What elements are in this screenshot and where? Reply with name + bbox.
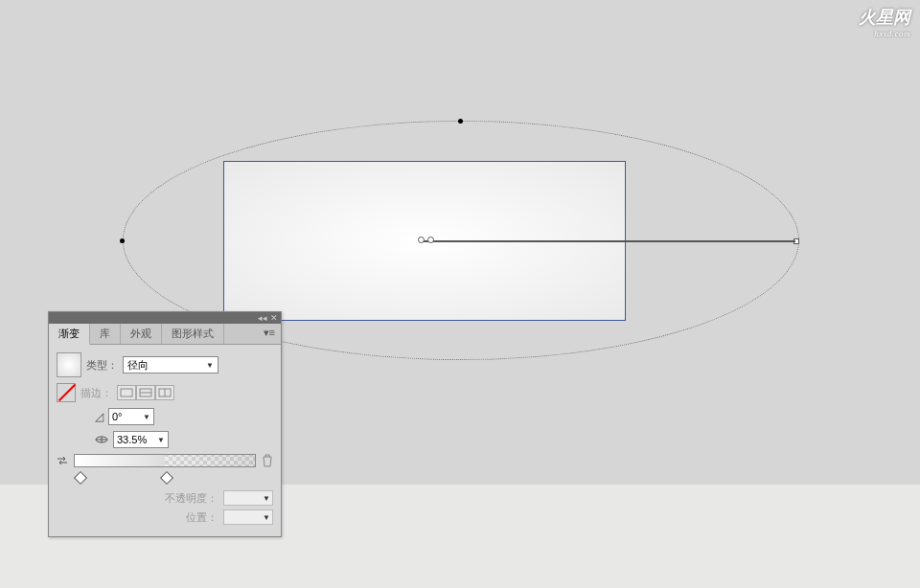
location-input[interactable]: ▼ bbox=[223, 509, 273, 525]
watermark-url: hxsd.com bbox=[859, 29, 910, 38]
gradient-panel: ◂◂ ✕ 渐变 库 外观 图形样式 ▾≡ 类型： 径向 ▼ 描边： ◿ bbox=[48, 311, 282, 537]
none-slash-icon bbox=[58, 384, 76, 401]
panel-body: 类型： 径向 ▼ 描边： ◿ 0° ▼ bbox=[49, 345, 281, 536]
aspect-input[interactable]: 33.5% ▼ bbox=[113, 431, 169, 448]
close-icon[interactable]: ✕ bbox=[269, 313, 279, 323]
aspect-ratio-icon bbox=[95, 433, 108, 446]
gradient-fill-swatch[interactable] bbox=[57, 352, 81, 377]
stroke-label: 描边： bbox=[80, 386, 112, 400]
svg-rect-0 bbox=[121, 389, 132, 396]
watermark: 火星网 hxsd.com bbox=[859, 6, 910, 38]
tab-graphic-styles[interactable]: 图形样式 bbox=[162, 324, 224, 344]
trash-icon[interactable] bbox=[262, 454, 273, 467]
panel-titlebar[interactable]: ◂◂ ✕ bbox=[49, 312, 281, 324]
tab-library[interactable]: 库 bbox=[90, 324, 121, 344]
angle-icon: ◿ bbox=[95, 410, 104, 423]
type-label: 类型： bbox=[86, 358, 118, 373]
aspect-value: 33.5% bbox=[117, 434, 147, 445]
panel-menu-icon[interactable]: ▾≡ bbox=[258, 324, 281, 344]
chevron-down-icon: ▼ bbox=[263, 513, 270, 522]
reverse-gradient-icon[interactable] bbox=[57, 455, 68, 466]
gradient-origin-handle[interactable] bbox=[418, 237, 425, 243]
type-dropdown[interactable]: 径向 ▼ bbox=[123, 356, 218, 373]
angle-input[interactable]: 0° ▼ bbox=[108, 408, 154, 425]
gradient-start-handle[interactable] bbox=[427, 237, 434, 243]
gradient-annotator-line[interactable] bbox=[422, 240, 795, 242]
opacity-label: 不透明度： bbox=[165, 491, 218, 506]
stroke-within-button[interactable] bbox=[117, 385, 136, 400]
gradient-stop-right[interactable] bbox=[160, 471, 173, 485]
ellipse-top-handle[interactable] bbox=[458, 119, 463, 124]
gradient-stop-left[interactable] bbox=[74, 471, 87, 485]
location-label: 位置： bbox=[186, 510, 218, 525]
chevron-down-icon: ▼ bbox=[143, 413, 150, 421]
gradient-stops bbox=[76, 473, 273, 483]
tab-gradient[interactable]: 渐变 bbox=[49, 324, 90, 345]
stroke-align-buttons bbox=[117, 385, 174, 400]
panel-tabs: 渐变 库 外观 图形样式 ▾≡ bbox=[49, 324, 281, 345]
tab-appearance[interactable]: 外观 bbox=[121, 324, 162, 344]
stroke-swatch[interactable] bbox=[57, 383, 76, 402]
collapse-icon[interactable]: ◂◂ bbox=[258, 314, 267, 323]
gradient-ramp[interactable] bbox=[74, 454, 256, 467]
angle-value: 0° bbox=[112, 411, 123, 422]
opacity-input[interactable]: ▼ bbox=[223, 490, 273, 506]
chevron-down-icon: ▼ bbox=[206, 361, 214, 370]
stroke-across-button[interactable] bbox=[155, 385, 174, 400]
type-value: 径向 bbox=[127, 358, 149, 373]
chevron-down-icon: ▼ bbox=[263, 494, 270, 503]
chevron-down-icon: ▼ bbox=[157, 436, 165, 444]
stroke-along-button[interactable] bbox=[136, 385, 155, 400]
watermark-title: 火星网 bbox=[859, 8, 910, 27]
ellipse-left-handle[interactable] bbox=[120, 238, 125, 243]
